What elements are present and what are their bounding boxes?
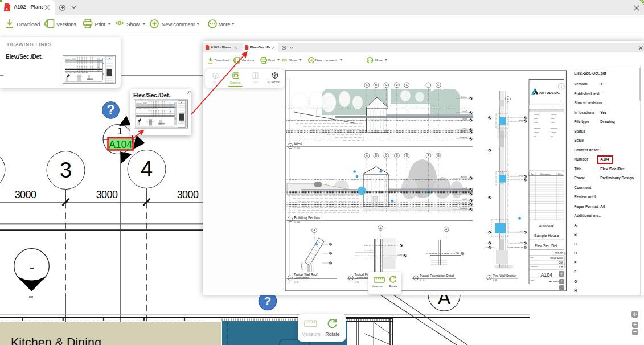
svg-text:1 : 100: 1 : 100 <box>294 221 300 223</box>
svg-text:Foundation: Foundation <box>460 137 467 139</box>
svg-text:www.autodesk.com/revit: www.autodesk.com/revit <box>539 107 554 109</box>
svg-text:1: 1 <box>118 126 123 136</box>
svg-text:Typ. Wall Section: Typ. Wall Section <box>493 274 516 277</box>
svg-text:Ground Fl: Ground Fl <box>460 130 467 132</box>
svg-text:001-00: 001-00 <box>555 252 563 255</box>
svg-text:e-mail: e-mail <box>534 137 538 139</box>
svg-text:Typical Foundation Detail: Typical Foundation Detail <box>420 274 454 277</box>
svg-text:Connection: Connection <box>294 276 309 280</box>
svg-text:Top F: Top F <box>520 241 524 243</box>
svg-text:B: B <box>375 154 377 157</box>
svg-text:G: G <box>437 154 440 157</box>
svg-text:Sample House: Sample House <box>534 233 559 238</box>
svg-text:JLH: JLH <box>558 266 563 269</box>
svg-text:Date: Date <box>531 257 534 258</box>
svg-text:Date: Date <box>558 173 562 175</box>
svg-text:A: A <box>366 154 368 157</box>
svg-text:3000: 3000 <box>177 189 199 200</box>
svg-text:Level 1: Level 1 <box>462 128 467 130</box>
svg-text:A104: A104 <box>109 139 132 150</box>
svg-text:Level 2: Level 2 <box>462 110 467 113</box>
svg-text:Autodesk: Autodesk <box>539 224 555 228</box>
svg-text:Level 1: Level 1 <box>456 252 461 254</box>
svg-text:A: A <box>366 84 368 87</box>
svg-text:G: G <box>437 84 440 87</box>
svg-text:F: F <box>428 154 429 157</box>
svg-text:3: 3 <box>60 158 72 182</box>
svg-text:SM: SM <box>559 261 563 264</box>
svg-text:1 : 10: 1 : 10 <box>294 281 298 284</box>
svg-text:A: A <box>445 228 447 231</box>
svg-text:Typical Wall Roof: Typical Wall Roof <box>294 273 318 276</box>
svg-text:Checked by: Checked by <box>531 266 539 268</box>
svg-text:Level 1: Level 1 <box>462 198 467 200</box>
svg-text:1 : 20: 1 : 20 <box>493 279 497 281</box>
svg-text:West: West <box>294 142 302 146</box>
svg-text:Ceiling: Ceiling <box>397 254 402 256</box>
svg-text:Elev./Sec./Det.: Elev./Sec./Det. <box>535 244 558 248</box>
svg-text:E: E <box>406 154 408 157</box>
svg-text:1 : 10: 1 : 10 <box>355 281 359 284</box>
svg-text:e-mail: e-mail <box>534 122 538 124</box>
svg-text:Roof Line: Roof Line <box>461 176 467 178</box>
svg-text:E: E <box>406 84 408 87</box>
svg-text:i: i <box>561 85 561 89</box>
svg-text:▲: ▲ <box>109 57 110 59</box>
svg-text:F: F <box>428 84 429 87</box>
svg-text:e-mail: e-mail <box>551 137 555 139</box>
svg-text:Roof Line: Roof Line <box>461 96 467 98</box>
svg-text:1 : 10: 1 : 10 <box>420 279 424 281</box>
svg-text:No: No <box>531 173 533 175</box>
svg-text:e-mail: e-mail <box>551 122 555 124</box>
svg-text:Connectio: Connectio <box>355 276 368 280</box>
svg-text:Ceiling: Ceiling <box>462 192 467 194</box>
svg-text:Issue Date: Issue Date <box>551 257 563 260</box>
svg-text:Kitchen & Dining: Kitchen & Dining <box>11 336 101 345</box>
svg-text:Ceiling: Ceiling <box>462 118 467 120</box>
svg-text:3000: 3000 <box>96 189 118 200</box>
svg-text:Typical Flo: Typical Flo <box>355 273 370 276</box>
svg-text:1 : 100: 1 : 100 <box>294 147 300 150</box>
svg-text:Lwl 1 Living Rm: Lwl 1 Living Rm <box>457 202 467 204</box>
svg-text:B: B <box>375 84 377 87</box>
svg-text:A: A <box>507 98 508 101</box>
svg-text:AUTODESK.: AUTODESK. <box>539 91 560 95</box>
svg-text:Autodesk Revit 5:19 PM: Autodesk Revit 5:19 PM <box>564 252 566 268</box>
svg-text:Foundation: Foundation <box>460 207 467 210</box>
svg-text:Building Section: Building Section <box>294 216 321 220</box>
svg-text:3000: 3000 <box>15 189 36 200</box>
svg-text:2: 2 <box>289 145 291 147</box>
svg-text:Description: Description <box>541 173 551 175</box>
svg-text:Level 2: Level 2 <box>462 187 467 190</box>
svg-text:4: 4 <box>141 157 153 181</box>
svg-text:Project number: Project number <box>531 252 540 254</box>
svg-text:A: A <box>314 229 315 232</box>
svg-text:Drawn by: Drawn by <box>531 261 537 263</box>
svg-text:Scale: Scale <box>531 280 535 281</box>
svg-text:?: ? <box>264 294 272 307</box>
svg-text:A: A <box>380 227 382 229</box>
